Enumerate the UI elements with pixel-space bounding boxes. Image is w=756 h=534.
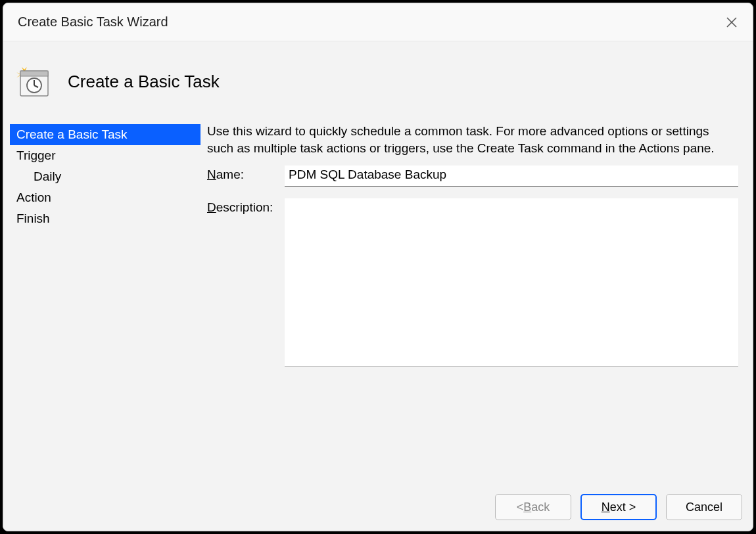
sidebar-item-trigger[interactable]: Trigger	[10, 145, 201, 166]
task-name-input[interactable]	[285, 166, 738, 187]
titlebar: Create Basic Task Wizard	[3, 3, 753, 41]
close-button[interactable]	[720, 11, 744, 34]
button-bar: < Back Next > Cancel	[3, 485, 753, 531]
sidebar-item-finish[interactable]: Finish	[10, 208, 201, 229]
cancel-button[interactable]: Cancel	[666, 494, 742, 520]
sidebar-item-action[interactable]: Action	[10, 187, 201, 208]
back-button: < Back	[495, 494, 571, 520]
next-button[interactable]: Next >	[580, 494, 657, 520]
window-title: Create Basic Task Wizard	[18, 14, 168, 30]
main-pane: Use this wizard to quickly schedule a co…	[207, 119, 746, 485]
wizard-window: Create Basic Task Wizard Create a Basic …	[3, 3, 753, 531]
description-row: Description:	[207, 198, 738, 367]
page-title: Create a Basic Task	[68, 72, 220, 92]
name-label: Name:	[207, 166, 285, 182]
sidebar-item-create-basic-task[interactable]: Create a Basic Task	[10, 124, 201, 145]
wizard-header: Create a Basic Task	[3, 41, 753, 115]
task-description-input[interactable]	[285, 198, 738, 367]
sidebar-item-daily[interactable]: Daily	[10, 166, 201, 187]
description-label: Description:	[207, 198, 285, 215]
content-area: Create a Basic Task Trigger Daily Action…	[3, 115, 753, 485]
svg-rect-5	[20, 71, 48, 76]
wizard-intro-text: Use this wizard to quickly schedule a co…	[207, 123, 738, 156]
task-scheduler-icon	[15, 66, 49, 97]
wizard-steps-sidebar: Create a Basic Task Trigger Daily Action…	[10, 124, 201, 485]
name-row: Name:	[207, 166, 738, 187]
close-icon	[726, 17, 737, 28]
